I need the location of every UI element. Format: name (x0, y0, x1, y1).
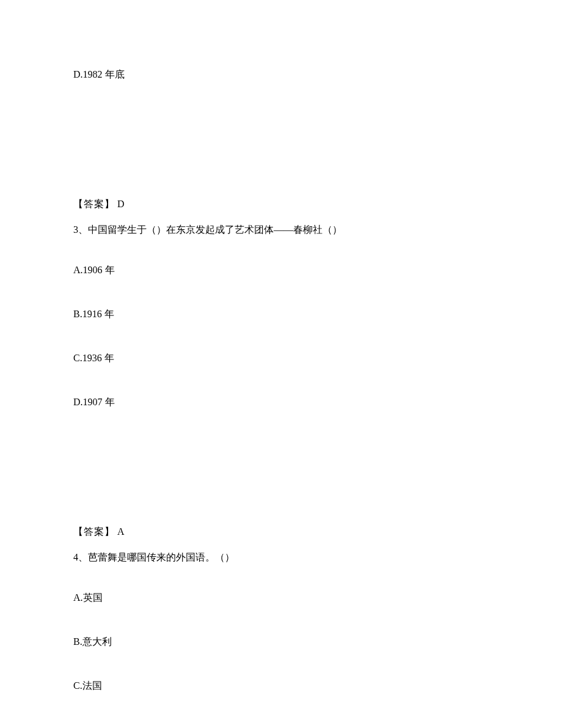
answer-label: 【答案】 (73, 526, 115, 537)
answer-value: D (115, 199, 125, 209)
question-stem-q4: 4、芭蕾舞是哪国传来的外国语。（） (73, 550, 489, 565)
option-a-q3: A.1906 年 (73, 263, 489, 278)
option-d-q3: D.1907 年 (73, 395, 489, 410)
option-d-q2: D.1982 年底 (73, 67, 489, 82)
question-stem-q3: 3、中国留学生于（）在东京发起成了艺术团体——春柳社（） (73, 222, 489, 237)
option-a-q4: A.英国 (73, 590, 489, 605)
spacer (73, 439, 489, 524)
answer-block-q3: 【答案】 A (73, 524, 489, 539)
spacer (73, 111, 489, 197)
answer-value: A (115, 526, 125, 537)
answer-block-q2: 【答案】 D (73, 197, 489, 211)
option-c-q3: C.1936 年 (73, 351, 489, 366)
option-b-q4: B.意大利 (73, 634, 489, 649)
option-b-q3: B.1916 年 (73, 307, 489, 322)
option-c-q4: C.法国 (73, 678, 489, 693)
answer-label: 【答案】 (73, 199, 115, 209)
